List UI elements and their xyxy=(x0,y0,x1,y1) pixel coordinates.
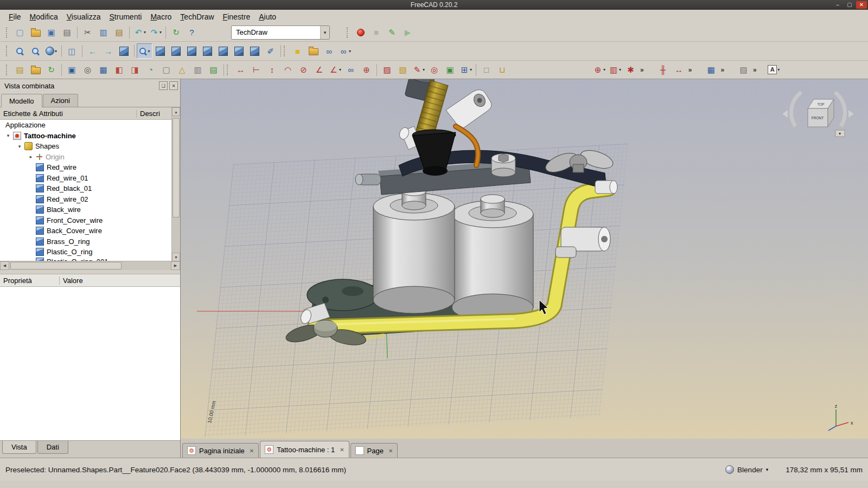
measure-distance-icon[interactable]: ✐ xyxy=(263,43,278,59)
redo-icon[interactable]: ↷▾ xyxy=(148,25,163,40)
clip-group-icon[interactable]: ▢ xyxy=(158,62,174,78)
angle-dimension-icon[interactable]: ∠ xyxy=(311,62,327,78)
tab-vista[interactable]: Vista xyxy=(2,441,36,454)
create-part-icon[interactable]: ■ xyxy=(290,43,305,59)
balloon-icon[interactable]: ◎ xyxy=(426,62,442,78)
macro-edit-icon[interactable]: ✎ xyxy=(384,25,400,40)
whats-this-icon[interactable]: ? xyxy=(184,25,200,40)
detail-view-icon[interactable]: ◔ xyxy=(143,62,158,78)
active-view-icon[interactable]: ◎ xyxy=(80,62,95,78)
centerline-group-icon[interactable]: ⊕▾ xyxy=(591,62,607,78)
tree-item-red-wire-02[interactable]: Red_wire_02 xyxy=(0,194,172,205)
print-icon[interactable]: ▤ xyxy=(59,25,75,40)
expander-icon[interactable]: ▾ xyxy=(16,144,23,149)
cut-icon[interactable]: ✂ xyxy=(80,25,95,40)
front-view-icon[interactable] xyxy=(168,43,184,59)
tab-dati[interactable]: Dati xyxy=(37,441,68,454)
toolbar-grip[interactable] xyxy=(6,65,10,75)
angle-3pt-dimension-icon[interactable]: ∠▾ xyxy=(327,62,343,78)
workbench-selector[interactable]: TechDraw ▾ xyxy=(231,25,330,40)
open-file-icon[interactable] xyxy=(28,25,43,40)
select-line-attributes-icon[interactable]: ▦ xyxy=(703,62,719,78)
surface-finish-icon[interactable]: ▨ xyxy=(736,62,751,78)
chevron-down-icon[interactable]: ▾ xyxy=(766,467,769,472)
tree-item-shapes[interactable]: ▾Shapes xyxy=(0,141,172,152)
scroll-left-icon[interactable]: ◀ xyxy=(0,261,9,270)
chain-dimension-icon[interactable]: ↔ xyxy=(671,62,687,78)
toolbar-grip[interactable] xyxy=(227,65,231,75)
scrollbar-track[interactable] xyxy=(9,261,171,270)
doc-tab-pagina-iniziale[interactable]: ⚙Pagina iniziale✕ xyxy=(182,443,259,458)
arch-view-icon[interactable]: ▥ xyxy=(190,62,206,78)
toolbar-overflow-icon[interactable]: » xyxy=(639,66,646,74)
menu-visualizza[interactable]: Visualizza xyxy=(62,11,105,23)
clip-view-icon[interactable]: □ xyxy=(478,62,494,78)
navigation-style-icon[interactable] xyxy=(725,465,734,474)
link-select-icon[interactable] xyxy=(116,43,132,59)
menu-strumenti[interactable]: Strumenti xyxy=(105,11,146,23)
annotation-icon[interactable]: ✎▾ xyxy=(411,62,426,78)
tab-azioni[interactable]: Azioni xyxy=(43,94,78,107)
scrollbar-thumb[interactable] xyxy=(173,118,180,217)
tree-item-tattoo-machine[interactable]: ▾Tattoo-machine xyxy=(0,131,172,142)
extension-dimension-icon[interactable]: ╫ xyxy=(655,62,671,78)
tree-item-red-black-01[interactable]: Red_black_01 xyxy=(0,183,172,194)
titlebar[interactable]: FreeCAD 0.20.2 –▢✕ xyxy=(0,0,868,10)
cosmetic-circle-icon[interactable]: ✱ xyxy=(623,62,639,78)
left-view-icon[interactable] xyxy=(247,43,263,59)
new-file-icon[interactable]: ▢ xyxy=(12,25,28,40)
menu-aiuto[interactable]: Aiuto xyxy=(254,11,280,23)
link-actions-icon[interactable]: ∞▾ xyxy=(337,43,353,59)
top-view-icon[interactable] xyxy=(184,43,200,59)
radius-dimension-icon[interactable]: ◠ xyxy=(280,62,296,78)
tree-item-red-wire[interactable]: Red_wire xyxy=(0,162,172,173)
bottom-view-icon[interactable] xyxy=(231,43,247,59)
close-tab-icon[interactable]: ✕ xyxy=(388,448,393,454)
doc-tab-page[interactable]: Page✕ xyxy=(350,443,398,458)
rear-view-icon[interactable] xyxy=(215,43,231,59)
image-icon[interactable]: ▣ xyxy=(442,62,458,78)
axonometric-view-icon[interactable] xyxy=(152,43,168,59)
doc-tab-tattoo-machine-1[interactable]: ⚙Tattoo-machine : 1✕ xyxy=(260,441,349,458)
zoom-tools-icon[interactable]: ▾ xyxy=(137,43,152,59)
link-dimension-icon[interactable]: ∞ xyxy=(343,62,359,78)
right-view-icon[interactable] xyxy=(200,43,215,59)
tab-modello[interactable]: Modello xyxy=(1,94,42,107)
menu-techdraw[interactable]: TechDraw xyxy=(176,11,218,23)
panel-splitter[interactable] xyxy=(0,270,180,274)
undo-icon[interactable]: ↶▾ xyxy=(132,25,148,40)
redraw-page-icon[interactable]: ↻ xyxy=(43,62,59,78)
paste-icon[interactable]: ▤ xyxy=(111,25,127,40)
tree-horizontal-scrollbar[interactable]: ◀ ▶ xyxy=(0,261,180,270)
text-style-icon[interactable]: A▾ xyxy=(766,62,782,78)
close-tab-icon[interactable]: ✕ xyxy=(250,448,254,454)
menu-modifica[interactable]: Modifica xyxy=(25,11,62,23)
tree-vertical-scrollbar[interactable]: ▲ ▼ xyxy=(171,107,180,261)
toolbar-grip[interactable] xyxy=(347,27,350,38)
insert-page-default-icon[interactable]: ▤ xyxy=(12,62,28,78)
close-button[interactable]: ✕ xyxy=(856,1,867,9)
toolbar-overflow-icon[interactable]: » xyxy=(751,66,758,74)
hatch-icon[interactable]: ▨ xyxy=(379,62,395,78)
geometric-hatch-icon[interactable]: ▧ xyxy=(395,62,411,78)
scroll-right-icon[interactable]: ▶ xyxy=(171,261,180,270)
draft-view-icon[interactable]: △ xyxy=(174,62,190,78)
fit-all-icon[interactable] xyxy=(12,43,28,59)
diameter-dimension-icon[interactable]: ⊘ xyxy=(296,62,311,78)
vertical-dimension-icon[interactable]: ↕ xyxy=(264,62,280,78)
toolbar-overflow-icon[interactable]: » xyxy=(687,66,694,74)
undock-panel-icon[interactable]: ❏ xyxy=(159,81,168,90)
macro-record-icon[interactable] xyxy=(353,25,368,40)
menu-file[interactable]: File xyxy=(4,11,25,23)
tree-item-applicazione[interactable]: Applicazione xyxy=(0,120,172,131)
tree-item-red-wire-01[interactable]: Red_wire_01 xyxy=(0,173,172,184)
scrollbar-track[interactable] xyxy=(172,116,180,253)
dock-overlay-icon[interactable]: ◫ xyxy=(64,43,80,59)
nav-back-icon[interactable]: ← xyxy=(85,43,100,59)
save-icon[interactable]: ▣ xyxy=(43,25,59,40)
tree-item-back-cover-wire[interactable]: Back_Cover_wire xyxy=(0,226,172,236)
make-link-icon[interactable]: ∞ xyxy=(321,43,337,59)
navigation-style-label[interactable]: Blender xyxy=(737,466,763,474)
menu-finestre[interactable]: Finestre xyxy=(219,11,255,23)
tree-item-brass-o-ring[interactable]: Brass_O_ring xyxy=(0,236,172,247)
